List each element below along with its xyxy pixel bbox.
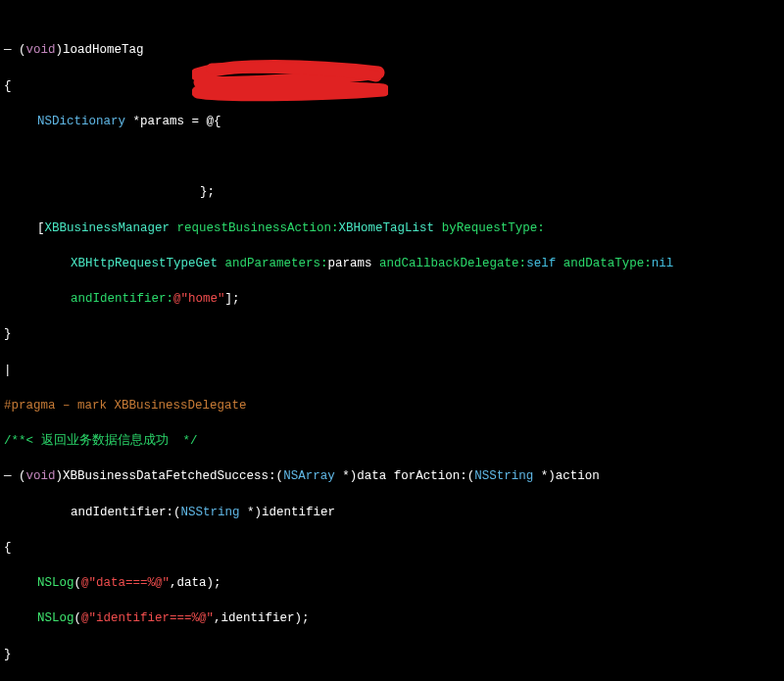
code-line: | — [4, 362, 780, 379]
class-name: XBBusinessManager — [45, 221, 171, 235]
code-line: — (void)XBBusinessDataFetchedSuccess:(NS… — [4, 467, 780, 485]
string-literal: @"data===%@" — [81, 576, 170, 590]
paren: ) — [56, 43, 64, 57]
paren: ( — [74, 611, 82, 625]
brace: } — [4, 327, 12, 341]
text: }; — [200, 185, 215, 199]
paren: ) — [56, 469, 64, 483]
code-line — [4, 148, 780, 166]
code-line: — (void)loadHomeTag — [4, 41, 780, 59]
selector: andIdentifier: — [71, 506, 173, 519]
brace: { — [4, 541, 12, 555]
code-line: NSLog(@"data===%@",data); — [4, 574, 780, 592]
paren: ( — [19, 43, 26, 57]
type-nsstring: NSString — [474, 469, 533, 483]
code-line: andIdentifier:@"home"]; — [4, 290, 780, 308]
selector: requestBusinessAction: — [177, 221, 339, 235]
param: *)action — [533, 469, 600, 483]
fn-nslog: NSLog — [37, 611, 74, 625]
text: ,data); — [170, 576, 221, 590]
type-nsdictionary: NSDictionary — [37, 115, 125, 128]
keyword-void: void — [26, 469, 56, 483]
code-line: #pragma – mark XBBusinessDelegate — [4, 397, 780, 414]
keyword-void: void — [26, 43, 56, 57]
enum: XBHttpRequestTypeGet — [71, 257, 218, 270]
code-line: } — [4, 325, 780, 343]
space — [218, 257, 225, 270]
code-line: andIdentifier:(NSString *)identifier — [4, 504, 780, 521]
type-nsarray: NSArray — [283, 469, 335, 483]
selector: andCallbackDelegate: — [379, 257, 526, 270]
method-name: loadHomeTag — [63, 43, 144, 57]
space — [556, 257, 564, 270]
text: params — [328, 257, 380, 270]
selector: andDataType: — [564, 257, 652, 270]
code-line: [XBBusinessManager requestBusinessAction… — [4, 219, 780, 237]
code-line: } — [4, 646, 780, 663]
paren: ( — [19, 469, 26, 483]
keyword-self: self — [526, 257, 556, 270]
code-line: { — [4, 77, 780, 95]
selector: andIdentifier: — [71, 292, 173, 306]
string-literal: @"home" — [173, 292, 225, 306]
code-line: }; — [4, 183, 780, 201]
text: *params = @{ — [125, 115, 221, 128]
space — [434, 221, 442, 235]
text: ]; — [225, 292, 240, 306]
comment: /**< 返回业务数据信息成功 */ — [4, 434, 198, 448]
text: ,identifier); — [214, 611, 310, 625]
type-nsstring: NSString — [181, 506, 240, 519]
paren: ( — [74, 576, 82, 590]
code-line: { — [4, 539, 780, 557]
code-editor: — (void)loadHomeTag { NSDictionary *para… — [0, 0, 784, 681]
method-name: XBBusinessDataFetchedSuccess: — [63, 469, 276, 483]
dash: — — [4, 43, 19, 57]
dash: — — [4, 469, 19, 483]
keyword-nil: nil — [652, 257, 674, 270]
selector: byRequestType: — [442, 221, 545, 235]
bracket: [ — [37, 221, 45, 235]
param: *)data — [335, 469, 394, 483]
code-line: /**< 返回业务数据信息成功 */ — [4, 432, 780, 450]
code-line: NSDictionary *params = @{ — [4, 113, 780, 130]
enum: XBHomeTagList — [339, 221, 435, 235]
fn-nslog: NSLog — [37, 576, 74, 590]
param: *)identifier — [240, 506, 336, 519]
selector: andParameters: — [225, 257, 328, 270]
space — [170, 221, 177, 235]
selector: forAction: — [394, 469, 467, 483]
pragma: #pragma – mark XBBusinessDelegate — [4, 399, 247, 413]
brace: { — [4, 79, 12, 93]
string-literal: @"identifier===%@" — [81, 611, 214, 625]
brace: } — [4, 648, 12, 661]
code-line: XBHttpRequestTypeGet andParameters:param… — [4, 255, 780, 272]
cursor: | — [4, 364, 12, 377]
code-line: NSLog(@"identifier===%@",identifier); — [4, 609, 780, 627]
